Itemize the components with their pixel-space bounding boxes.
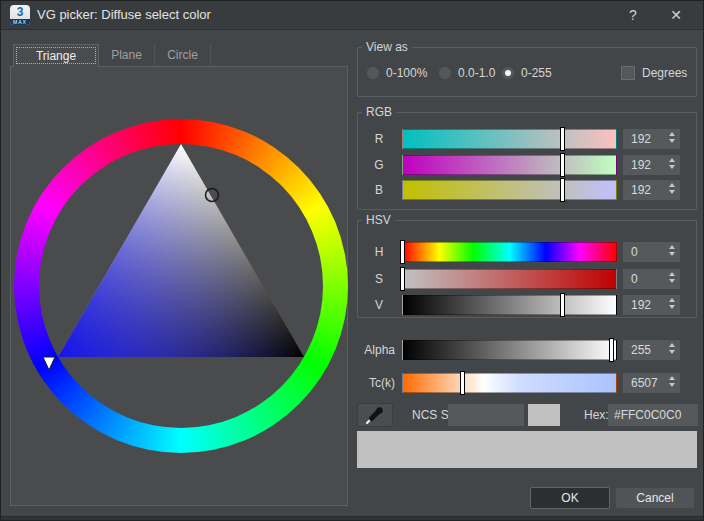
- s-value: 0: [631, 272, 638, 286]
- radio-0-100-circle[interactable]: [366, 66, 380, 80]
- v-value: 192: [631, 298, 651, 312]
- degrees-checkbox[interactable]: [621, 66, 635, 80]
- g-spin-arrows[interactable]: [669, 158, 675, 169]
- b-spin-up-icon[interactable]: [669, 183, 675, 187]
- v-slider-handle[interactable]: [560, 293, 565, 317]
- v-spin-up-icon[interactable]: [669, 298, 675, 302]
- s-spinbox[interactable]: 0: [623, 269, 680, 289]
- g-slider-handle[interactable]: [560, 153, 565, 177]
- app-icon-number: 3: [10, 5, 30, 20]
- h-spinbox[interactable]: 0: [623, 242, 680, 262]
- degrees-label: Degrees: [642, 66, 687, 80]
- h-spin-arrows[interactable]: [669, 245, 675, 256]
- alpha-slider-handle[interactable]: [609, 338, 614, 362]
- v-slider[interactable]: [402, 295, 617, 315]
- radio-0-1[interactable]: 0.0-1.0: [438, 65, 495, 81]
- h-slider[interactable]: [402, 242, 617, 262]
- view-as-group-label: View as: [362, 41, 412, 54]
- radio-0-100[interactable]: 0-100%: [366, 65, 427, 81]
- sv-triangle[interactable]: [11, 67, 347, 505]
- tck-spin-arrows[interactable]: [669, 376, 675, 387]
- ncs-swatch: [528, 404, 560, 426]
- hue-marker[interactable]: [43, 357, 55, 370]
- s-spin-arrows[interactable]: [669, 272, 675, 283]
- s-spin-down-icon[interactable]: [669, 279, 675, 283]
- tck-spin-up-icon[interactable]: [669, 376, 675, 380]
- v-spinbox[interactable]: 192: [623, 295, 680, 315]
- close-button[interactable]: ✕: [656, 0, 696, 30]
- tab-triangle[interactable]: Triange: [13, 44, 99, 67]
- alpha-label: Alpha: [357, 340, 395, 360]
- tck-label: Tc(k): [357, 373, 395, 393]
- r-spin-arrows[interactable]: [669, 132, 675, 143]
- color-preview: [357, 431, 697, 468]
- radio-0-255-label: 0-255: [521, 66, 552, 80]
- s-slider[interactable]: [402, 269, 617, 289]
- b-slider[interactable]: [402, 180, 617, 200]
- alpha-slider[interactable]: [402, 340, 617, 360]
- titlebar: 3 MAX VG picker: Diffuse select color ? …: [0, 0, 704, 30]
- tck-value: 6507: [631, 376, 658, 390]
- help-button[interactable]: ?: [616, 0, 650, 30]
- ok-button[interactable]: OK: [530, 487, 610, 509]
- b-slider-handle[interactable]: [560, 178, 565, 202]
- b-spin-down-icon[interactable]: [669, 190, 675, 194]
- hex-input[interactable]: [608, 404, 698, 426]
- r-spinbox[interactable]: 192: [623, 129, 680, 149]
- hsv-group-label: HSV: [362, 214, 395, 227]
- alpha-spin-arrows[interactable]: [669, 343, 675, 354]
- tck-spinbox[interactable]: 6507: [623, 373, 680, 393]
- cancel-button[interactable]: Cancel: [615, 487, 695, 509]
- v-spin-down-icon[interactable]: [669, 305, 675, 309]
- r-slider[interactable]: [402, 129, 617, 149]
- radio-0-1-circle[interactable]: [438, 66, 452, 80]
- g-slider[interactable]: [402, 155, 617, 175]
- eyedropper-button[interactable]: [357, 403, 393, 427]
- degrees-checkbox-item[interactable]: Degrees: [621, 65, 687, 81]
- g-label: G: [368, 155, 390, 175]
- alpha-spin-down-icon[interactable]: [669, 350, 675, 354]
- window-bottom-edge: [0, 516, 704, 521]
- tck-spin-down-icon[interactable]: [669, 383, 675, 387]
- ncs-input[interactable]: [448, 404, 524, 426]
- r-spin-down-icon[interactable]: [669, 139, 675, 143]
- r-slider-handle[interactable]: [560, 127, 565, 151]
- window-title: VG picker: Diffuse select color: [37, 0, 211, 30]
- h-spin-up-icon[interactable]: [669, 245, 675, 249]
- ncs-label: NCS S: [412, 403, 449, 427]
- r-spin-up-icon[interactable]: [669, 132, 675, 136]
- hex-label: Hex:: [584, 403, 609, 427]
- radio-0-255[interactable]: 0-255: [501, 65, 552, 81]
- g-spin-down-icon[interactable]: [669, 165, 675, 169]
- h-value: 0: [631, 245, 638, 259]
- tck-slider-handle[interactable]: [460, 371, 465, 395]
- g-spinbox[interactable]: 192: [623, 155, 680, 175]
- alpha-spin-up-icon[interactable]: [669, 343, 675, 347]
- s-spin-up-icon[interactable]: [669, 272, 675, 276]
- alpha-value: 255: [631, 343, 651, 357]
- b-spinbox[interactable]: 192: [623, 180, 680, 200]
- b-spin-arrows[interactable]: [669, 183, 675, 194]
- r-label: R: [368, 129, 390, 149]
- app-icon: 3 MAX: [10, 5, 30, 25]
- h-label: H: [368, 242, 390, 262]
- h-slider-handle[interactable]: [400, 240, 405, 264]
- g-spin-up-icon[interactable]: [669, 158, 675, 162]
- tab-circle[interactable]: Circle: [155, 44, 211, 67]
- b-label: B: [368, 180, 390, 200]
- tck-slider[interactable]: [402, 373, 617, 393]
- radio-0-1-label: 0.0-1.0: [458, 66, 495, 80]
- sv-triangle-hue-overlay: [58, 144, 304, 357]
- g-value: 192: [631, 158, 651, 172]
- color-wheel-panel: [10, 66, 348, 506]
- alpha-spinbox[interactable]: 255: [623, 340, 680, 360]
- radio-0-255-circle[interactable]: [501, 66, 515, 80]
- v-label: V: [368, 295, 390, 315]
- v-spin-arrows[interactable]: [669, 298, 675, 309]
- s-slider-handle[interactable]: [400, 267, 405, 291]
- r-value: 192: [631, 132, 651, 146]
- s-label: S: [368, 269, 390, 289]
- tab-plane[interactable]: Plane: [99, 44, 155, 67]
- b-value: 192: [631, 183, 651, 197]
- h-spin-down-icon[interactable]: [669, 252, 675, 256]
